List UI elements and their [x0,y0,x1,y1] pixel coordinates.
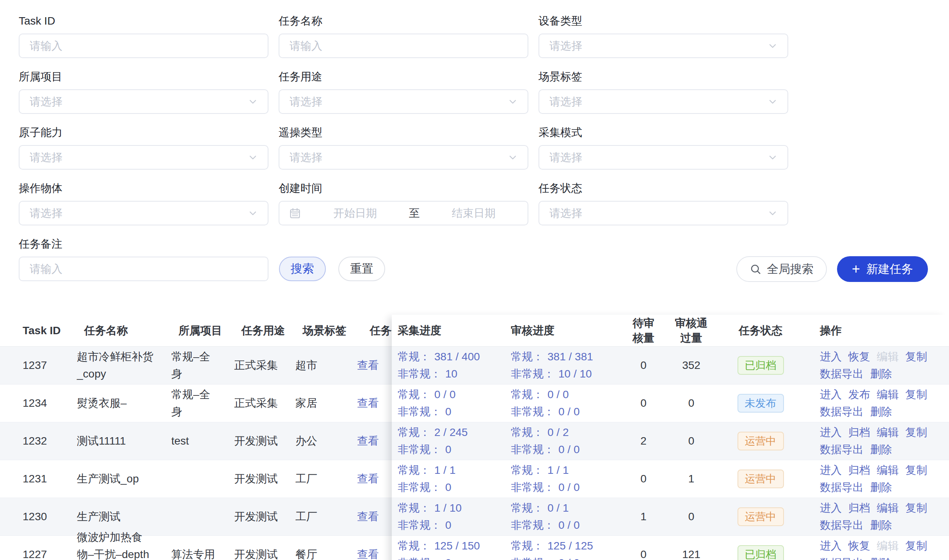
cell-ops: 进入归档编辑复制数据导出删除 [803,463,949,494]
table-row: 1227 微波炉加热食物–干扰–depth降... 算法专用 开发测试 餐厅 查… [0,536,392,560]
op-link[interactable]: 归档 [848,501,870,515]
filter-select[interactable]: 请选择 [538,34,788,58]
op-link[interactable]: 复制 [905,388,927,402]
cell-task-name: 生产测试 [53,508,159,525]
filter-select[interactable]: 请选择 [538,89,788,114]
filter-panel: Task ID 任务名称 设备类型 请选择 所属项目 请选择 任务用途 [0,0,949,293]
op-link[interactable]: 数据导出 [820,480,864,494]
op-link[interactable]: 编辑 [877,463,899,477]
op-link[interactable]: 复制 [905,463,927,477]
ops-links: 进入归档编辑复制数据导出删除 [820,425,937,457]
op-link[interactable]: 复制 [905,539,927,553]
reset-button[interactable]: 重置 [338,257,385,281]
chevron-down-icon [247,152,258,163]
op-link[interactable]: 数据导出 [820,367,864,381]
cell-status: 运营中 [718,470,803,488]
cell-task-id: 1237 [0,359,53,372]
filter-field: 创建时间 开始日期 至 结束日期 [279,181,528,225]
collect-irregular-label: 非常规： [398,481,441,493]
op-link[interactable]: 进入 [820,463,842,477]
start-date-placeholder[interactable]: 开始日期 [301,206,409,221]
op-link[interactable]: 恢复 [848,350,870,364]
op-link[interactable]: 进入 [820,350,842,364]
cell-passed-count: 0 [665,435,718,447]
cell-ops: 进入恢复编辑复制数据导出删除 [803,539,949,560]
op-link[interactable]: 删除 [870,405,892,419]
op-link[interactable]: 复制 [905,350,927,364]
cell-review-progress: 常规：0 / 0 非常规：0 / 0 [505,386,622,420]
col-header-review: 审核进度 [505,323,622,338]
view-remark-link[interactable]: 查看 [357,435,379,447]
filter-input-box [19,34,268,58]
filter-select[interactable]: 请选择 [279,145,528,170]
end-date-placeholder[interactable]: 结束日期 [420,206,528,221]
op-link[interactable]: 进入 [820,539,842,553]
op-link[interactable]: 编辑 [877,388,899,402]
cell-collect-progress: 常规：0 / 0 非常规：0 [392,386,505,420]
op-link[interactable]: 恢复 [848,539,870,553]
op-link[interactable]: 删除 [870,480,892,494]
view-remark-link[interactable]: 查看 [357,473,379,485]
op-link[interactable]: 发布 [848,388,870,402]
view-remark-link[interactable]: 查看 [357,510,379,523]
cell-status: 运营中 [718,432,803,450]
cell-remark: 查看 [334,471,392,486]
table-row: 1232 测试11111 test 开发测试 办公 查看 [0,422,392,460]
op-link[interactable]: 归档 [848,463,870,477]
view-remark-link[interactable]: 查看 [357,548,379,560]
op-link[interactable]: 删除 [870,367,892,381]
search-button[interactable]: 搜索 [279,257,326,281]
cell-collect-progress: 常规：125 / 150 非常规：0 [392,537,505,560]
date-range-picker[interactable]: 开始日期 至 结束日期 [279,201,528,225]
op-link[interactable]: 数据导出 [820,443,864,457]
col-header-purpose: 任务用途 [222,323,287,338]
op-link[interactable]: 数据导出 [820,405,864,419]
op-link[interactable]: 进入 [820,501,842,515]
op-link[interactable]: 删除 [870,518,892,532]
cell-project: 常规–全身 [159,386,215,420]
ops-links: 进入归档编辑复制数据导出删除 [820,501,937,532]
op-link[interactable]: 进入 [820,425,842,439]
filter-select[interactable]: 请选择 [19,201,268,225]
op-link[interactable]: 数据导出 [820,518,864,532]
status-badge: 运营中 [738,432,784,450]
op-link[interactable]: 进入 [820,388,842,402]
view-remark-link[interactable]: 查看 [357,397,379,409]
op-link[interactable]: 编辑 [877,501,899,515]
table-header-right: 采集进度 审核进度 待审核量 审核通过量 任务状态 操作 [392,315,949,347]
filter-text-input[interactable] [279,34,528,57]
table-header-left: Task ID 任务名称 所属项目 任务用途 场景标签 任务备注 [0,315,392,347]
op-link[interactable]: 删除 [870,443,892,457]
filter-select[interactable]: 请选择 [538,145,788,170]
filter-text-input[interactable] [20,257,268,280]
calendar-icon [289,207,301,220]
collect-irregular-label: 非常规： [398,443,441,455]
table-row: 1237 超市冷鲜柜补货_copy 常规–全身 正式采集 超市 查看 [0,347,392,385]
filter-select[interactable]: 请选择 [19,89,268,114]
op-link[interactable]: 复制 [905,501,927,515]
cell-status: 已归档 [718,545,803,560]
table-body-right: 常规：381 / 400 非常规：10 常规：381 / 381 非常规：10 … [392,347,949,560]
cell-scene: 超市 [280,358,334,373]
op-link[interactable]: 复制 [905,425,927,439]
filter-select[interactable]: 请选择 [538,201,788,225]
op-link[interactable]: 删除 [870,556,892,560]
view-remark-link[interactable]: 查看 [357,359,379,371]
cell-purpose: 开发测试 [215,509,280,524]
collect-regular-label: 常规： [398,502,430,514]
create-task-button[interactable]: + 新建任务 [837,256,928,282]
filter-select[interactable]: 请选择 [279,89,528,114]
chevron-down-icon [767,152,778,163]
filter-select[interactable]: 请选择 [19,145,268,170]
op-link[interactable]: 数据导出 [820,556,864,560]
chevron-down-icon [507,152,518,163]
cell-pending-count: 0 [622,397,665,409]
review-regular-label: 常规： [511,351,544,363]
op-link[interactable]: 编辑 [877,425,899,439]
filter-text-input[interactable] [20,34,268,57]
table-row: 1231 生产测试_op 开发测试 工厂 查看 [0,460,392,498]
table-row-fixed: 常规：2 / 245 非常规：0 常规：0 / 2 非常规：0 / 0 2 0 … [392,422,949,460]
op-link[interactable]: 归档 [848,425,870,439]
select-placeholder: 请选择 [279,94,507,109]
global-search-button[interactable]: 全局搜索 [736,256,827,282]
